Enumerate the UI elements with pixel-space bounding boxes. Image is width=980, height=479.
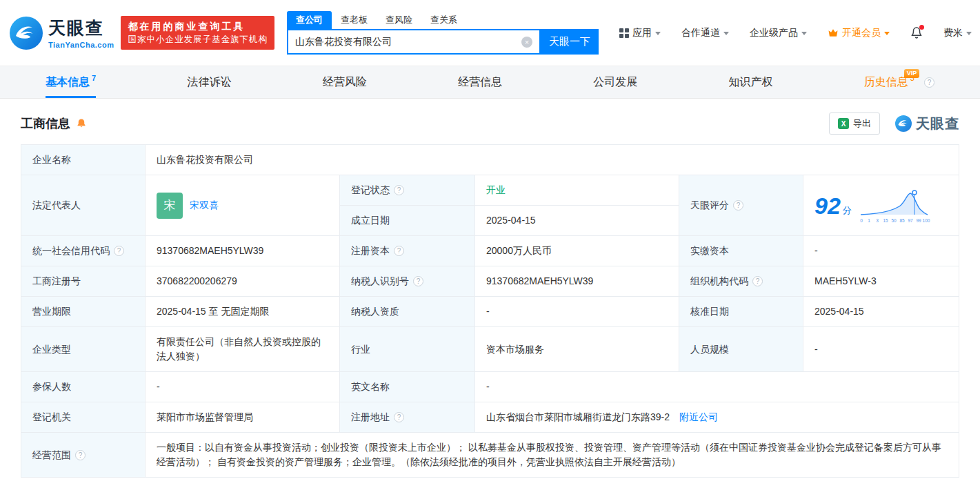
export-label: 导出: [853, 117, 871, 130]
top-nav: 应用 合作通道 企业级产品 开通会员: [599, 26, 972, 39]
credit-code-label: 统一社会信用代码 ?: [21, 236, 146, 266]
chevron-down-icon: [884, 32, 890, 38]
brand-logo[interactable]: 天眼查 TianYanCha.com: [10, 17, 114, 50]
brand-watermark: 天眼查: [895, 115, 959, 133]
brand-logo-icon: [10, 17, 43, 50]
nav-open-membership[interactable]: 开通会员: [828, 27, 890, 39]
search-tab-company[interactable]: 查公司: [287, 11, 332, 29]
search-input[interactable]: [295, 37, 521, 48]
business-info-table: 企业名称 山东鲁花投资有限公司 法定代表人 宋 宋双喜 登记状态 ? 开业 天眼…: [21, 144, 959, 478]
help-icon[interactable]: ?: [394, 412, 404, 422]
chevron-down-icon: [723, 32, 729, 38]
help-icon[interactable]: ?: [114, 246, 124, 256]
tab-history-label: 历史信息: [864, 75, 908, 90]
watermark-logo-icon: [895, 115, 912, 132]
export-button[interactable]: X 导出: [829, 113, 880, 135]
paid-capital-label: 实缴资本: [679, 236, 803, 266]
insured-num-value: -: [146, 372, 340, 402]
search-row: × 天眼一下: [287, 29, 599, 55]
brand-name: 天眼查: [48, 17, 114, 39]
tianyan-score-cell: 92 分 0 1 3 15 50 85 97 99 100: [803, 175, 959, 236]
company-type-value: 有限责任公司（非自然人投资或控股的法人独资）: [146, 327, 340, 372]
legal-rep-label: 法定代表人: [21, 175, 146, 236]
company-name-value: 山东鲁花投资有限公司: [146, 145, 959, 175]
nav-cooperation[interactable]: 合作通道: [681, 27, 729, 39]
org-code-value: MAEH5YLW-3: [803, 266, 959, 297]
tab-operating-risk[interactable]: 经营风险: [323, 66, 367, 98]
industry-value: 资本市场服务: [475, 327, 679, 372]
help-icon[interactable]: ?: [394, 246, 404, 256]
svg-text:99: 99: [916, 218, 921, 223]
taxpayer-no-label: 纳税人识别号 ?: [340, 266, 475, 297]
taxpayer-quality-label: 纳税人资质: [340, 297, 475, 327]
search-tab-risk[interactable]: 查风险: [377, 11, 421, 29]
tab-basic-label: 基本信息: [46, 75, 90, 90]
search-button[interactable]: 天眼一下: [541, 29, 599, 55]
row-credit-code: 统一社会信用代码 ? 91370682MAEH5YLW39 注册资本 ? 200…: [21, 236, 959, 266]
promo-badge: 都在用的商业查询工具 国家中小企业发展子基金旗下机构: [121, 16, 274, 50]
svg-text:1: 1: [868, 218, 870, 223]
tab-operating-label: 经营信息: [458, 75, 502, 90]
approve-date-value: 2025-04-15: [803, 297, 959, 327]
nav-cooperation-label: 合作通道: [681, 27, 720, 39]
tianyan-score[interactable]: 92 分 0 1 3 15 50 85 97 99 100: [814, 187, 948, 224]
nav-enterprise-products[interactable]: 企业级产品: [750, 27, 807, 39]
excel-icon: X: [838, 118, 849, 129]
clear-search-icon[interactable]: ×: [521, 37, 532, 48]
nav-membership-label: 开通会员: [842, 27, 881, 39]
nav-apps[interactable]: 应用: [619, 27, 661, 39]
row-company-type: 企业类型 有限责任公司（非自然人投资或控股的法人独资） 行业 资本市场服务 人员…: [21, 327, 959, 372]
nav-notifications[interactable]: [910, 26, 923, 39]
promo-line-1: 都在用的商业查询工具: [128, 19, 268, 33]
crown-icon: [828, 28, 839, 37]
nearby-companies-link[interactable]: 附近公司: [679, 411, 718, 422]
section-head: 工商信息 X 导出 天眼查: [0, 99, 980, 144]
svg-text:15: 15: [883, 218, 888, 223]
taxpayer-quality-value: -: [475, 297, 679, 327]
org-code-label: 组织机构代码 ?: [679, 266, 803, 297]
row-insured-num: 参保人数 - 英文名称 -: [21, 372, 959, 402]
reg-authority-label: 登记机关: [21, 402, 146, 433]
svg-text:97: 97: [908, 218, 913, 223]
help-icon[interactable]: ?: [733, 200, 743, 211]
tab-intellectual-property[interactable]: 知识产权: [729, 66, 773, 98]
tianyan-score-label: 天眼评分 ?: [679, 175, 803, 236]
help-icon[interactable]: ?: [394, 185, 404, 195]
nav-user-label: 费米: [943, 27, 963, 39]
svg-text:0: 0: [860, 218, 863, 223]
notification-dot: [919, 25, 924, 30]
help-icon[interactable]: ?: [413, 276, 423, 286]
help-icon[interactable]: ?: [752, 276, 763, 286]
nav-enterprise-label: 企业级产品: [750, 27, 798, 39]
business-scope-value: 一般项目：以自有资金从事投资活动；创业投资（限投资未上市企业）； 以私募基金从事…: [146, 433, 959, 478]
insured-num-label: 参保人数: [21, 372, 146, 402]
svg-text:50: 50: [891, 218, 897, 223]
tab-company-development[interactable]: 公司发展: [593, 66, 637, 98]
legal-rep-link[interactable]: 宋双喜: [190, 198, 219, 213]
search-category-tabs: 查公司 查老板 查风险 查关系: [287, 11, 599, 29]
business-term-label: 营业期限: [21, 297, 146, 327]
row-business-term: 营业期限 2025-04-15 至 无固定期限 纳税人资质 - 核准日期 202…: [21, 297, 959, 327]
company-type-label: 企业类型: [21, 327, 146, 372]
tab-basic-info[interactable]: 基本信息 7: [46, 66, 96, 98]
reg-status-label: 登记状态 ?: [340, 175, 475, 206]
nav-user[interactable]: 费米: [943, 27, 972, 39]
chevron-down-icon: [966, 32, 972, 38]
search-tab-boss[interactable]: 查老板: [332, 11, 377, 29]
reg-status-cell: 开业: [475, 175, 679, 206]
top-header: 天眼查 TianYanCha.com 都在用的商业查询工具 国家中小企业发展子基…: [0, 0, 980, 66]
tab-history-info[interactable]: 历史信息 3 VIP ?: [864, 66, 934, 98]
watermark-brand-text: 天眼查: [916, 115, 959, 133]
tab-operating-info[interactable]: 经营信息: [458, 66, 502, 98]
legal-rep-cell: 宋 宋双喜: [146, 175, 340, 236]
help-icon[interactable]: ?: [75, 450, 86, 460]
tab-legal-proceedings[interactable]: 法律诉讼: [187, 66, 231, 98]
notice-bell-icon[interactable]: [76, 118, 87, 129]
help-icon[interactable]: ?: [924, 77, 934, 88]
legal-rep-avatar[interactable]: 宋: [157, 193, 183, 219]
approve-date-label: 核准日期: [679, 297, 803, 327]
search-tab-relation[interactable]: 查关系: [421, 11, 466, 29]
establish-date-label: 成立日期: [340, 206, 475, 236]
tab-ip-label: 知识产权: [729, 75, 773, 90]
svg-text:100: 100: [922, 218, 930, 223]
